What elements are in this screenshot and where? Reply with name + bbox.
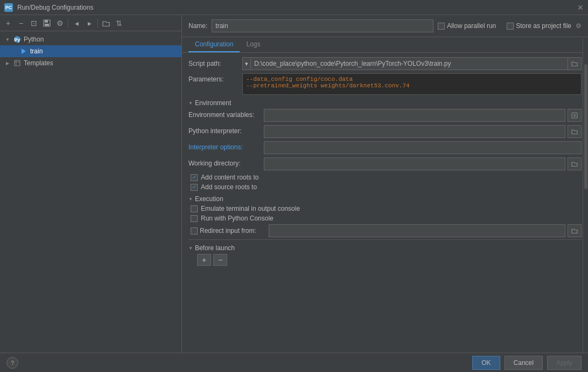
emulate-terminal-row: Emulate terminal in output console xyxy=(188,205,582,212)
environment-section-label: Environment xyxy=(195,99,231,107)
name-input[interactable] xyxy=(212,19,433,32)
working-directory-input[interactable] xyxy=(264,157,565,170)
before-launch-add-button[interactable]: + xyxy=(197,254,211,266)
svg-rect-2 xyxy=(45,24,49,26)
environment-arrow-icon: ▼ xyxy=(188,101,193,106)
interpreter-options-input[interactable] xyxy=(264,141,582,154)
before-launch-arrow-icon: ▼ xyxy=(188,246,193,251)
train-run-icon xyxy=(19,47,28,56)
env-vars-control xyxy=(264,109,582,122)
add-source-roots-row: Add source roots to xyxy=(188,183,582,191)
templates-expand-arrow[interactable]: ▶ xyxy=(4,60,11,66)
emulate-terminal-checkbox[interactable] xyxy=(191,205,198,212)
before-launch-toolbar: + − xyxy=(188,254,582,266)
config-toolbar: + − ⊡ ⚙ ◂ ▸ ⇅ xyxy=(0,15,181,31)
copy-config-button[interactable]: ⊡ xyxy=(28,17,40,29)
allow-parallel-label: Allow parallel run xyxy=(438,22,496,30)
script-path-row: Script path: ▾ xyxy=(188,57,582,70)
param-line-1: --data_config config/coco.data xyxy=(246,76,578,82)
python-interpreter-control xyxy=(264,125,582,138)
apply-button[interactable]: Apply xyxy=(547,356,582,370)
python-interpreter-input[interactable] xyxy=(264,125,565,138)
parameters-section: Parameters: --data_config config/coco.da… xyxy=(188,73,582,95)
param-line-2: --pretrained_weights weights/darknet53.c… xyxy=(246,82,578,89)
name-row: Name: Allow parallel run Store as projec… xyxy=(182,15,588,37)
script-path-input[interactable] xyxy=(251,57,568,70)
train-indent xyxy=(4,48,17,54)
working-dir-browse-button[interactable] xyxy=(568,157,582,170)
parameters-code-block[interactable]: --data_config config/coco.data --pretrai… xyxy=(242,73,582,95)
toolbar-separator-2 xyxy=(97,19,98,27)
folder-button[interactable] xyxy=(100,17,112,29)
parameters-label: Parameters: xyxy=(188,73,242,83)
svg-rect-6 xyxy=(15,60,20,66)
run-python-console-checkbox[interactable] xyxy=(191,215,198,222)
redirect-input-label[interactable]: Redirect input from: xyxy=(200,227,264,235)
ok-button[interactable]: OK xyxy=(472,356,500,370)
settings-button[interactable]: ⚙ xyxy=(54,17,66,29)
redirect-input-field[interactable] xyxy=(269,224,565,237)
add-source-roots-label[interactable]: Add source roots to xyxy=(201,183,257,191)
python-interpreter-row: Python interpreter: xyxy=(188,125,582,138)
title-bar: PC Run/Debug Configurations ✕ xyxy=(0,0,588,15)
env-vars-input[interactable] xyxy=(264,109,565,122)
cancel-button[interactable]: Cancel xyxy=(505,356,543,370)
save-config-button[interactable] xyxy=(41,17,53,29)
python-expand-arrow[interactable]: ▼ xyxy=(4,36,11,43)
interpreter-browse-button[interactable] xyxy=(568,125,582,138)
svg-rect-1 xyxy=(45,20,48,23)
working-directory-control xyxy=(264,157,582,170)
store-project-label: Store as project file xyxy=(507,22,571,30)
redirect-input-row: Redirect input from: xyxy=(188,224,582,237)
right-scrollbar[interactable] xyxy=(583,39,588,353)
name-label: Name: xyxy=(188,22,207,30)
tree-templates-node[interactable]: ▶ Templates xyxy=(0,57,181,69)
emulate-terminal-label[interactable]: Emulate terminal in output console xyxy=(201,205,300,212)
close-button[interactable]: ✕ xyxy=(577,4,584,11)
working-directory-label: Working directory: xyxy=(188,157,264,167)
templates-node-label: Templates xyxy=(24,59,53,67)
script-type-dropdown[interactable]: ▾ xyxy=(242,57,251,70)
add-config-button[interactable]: + xyxy=(2,17,14,29)
allow-parallel-checkbox[interactable] xyxy=(438,23,445,30)
redirect-browse-button[interactable] xyxy=(568,224,582,237)
execution-section-label: Execution xyxy=(195,195,223,203)
interpreter-options-row: Interpreter options: xyxy=(188,141,582,154)
run-python-console-row: Run with Python Console xyxy=(188,215,582,222)
add-content-roots-row: Add content roots to xyxy=(188,174,582,181)
env-vars-browse-button[interactable] xyxy=(568,109,582,122)
tree-train-node[interactable]: train xyxy=(0,45,181,57)
tab-logs[interactable]: Logs xyxy=(240,37,267,52)
add-content-roots-label[interactable]: Add content roots to xyxy=(201,174,258,181)
before-launch-remove-button[interactable]: − xyxy=(213,254,227,266)
tree-python-node[interactable]: ▼ Py Python xyxy=(0,33,181,45)
script-browse-button[interactable] xyxy=(568,57,582,70)
settings-gear-icon[interactable]: ⚙ xyxy=(576,22,582,30)
next-button[interactable]: ▸ xyxy=(83,17,95,29)
help-button[interactable]: ? xyxy=(6,357,18,369)
environment-section-header[interactable]: ▼ Environment xyxy=(188,99,582,107)
before-launch-section-header[interactable]: ▼ Before launch xyxy=(188,244,582,252)
sort-button[interactable]: ⇅ xyxy=(113,17,125,29)
interpreter-options-label: Interpreter options: xyxy=(188,141,264,151)
env-vars-row: Environment variables: xyxy=(188,109,582,122)
redirect-input-checkbox[interactable] xyxy=(191,228,198,235)
config-tree: ▼ Py Python train xyxy=(0,31,181,353)
tab-configuration[interactable]: Configuration xyxy=(188,37,240,52)
prev-button[interactable]: ◂ xyxy=(71,17,82,29)
config-content: Script path: ▾ Parameters: --data_config… xyxy=(182,53,588,353)
store-project-checkbox[interactable] xyxy=(507,23,514,30)
python-node-label: Python xyxy=(24,36,44,43)
script-path-label: Script path: xyxy=(188,60,242,67)
working-directory-row: Working directory: xyxy=(188,157,582,170)
execution-section-header[interactable]: ▼ Execution xyxy=(188,195,582,203)
add-source-roots-checkbox[interactable] xyxy=(191,184,198,191)
dialog-title: Run/Debug Configurations xyxy=(17,4,93,11)
config-tabs-bar: Configuration Logs xyxy=(182,37,588,53)
templates-icon xyxy=(13,59,22,67)
add-content-roots-checkbox[interactable] xyxy=(191,174,198,181)
svg-marker-5 xyxy=(22,49,26,54)
remove-config-button[interactable]: − xyxy=(15,17,27,29)
right-scroll-thumb xyxy=(584,64,587,190)
run-python-console-label[interactable]: Run with Python Console xyxy=(201,215,274,222)
